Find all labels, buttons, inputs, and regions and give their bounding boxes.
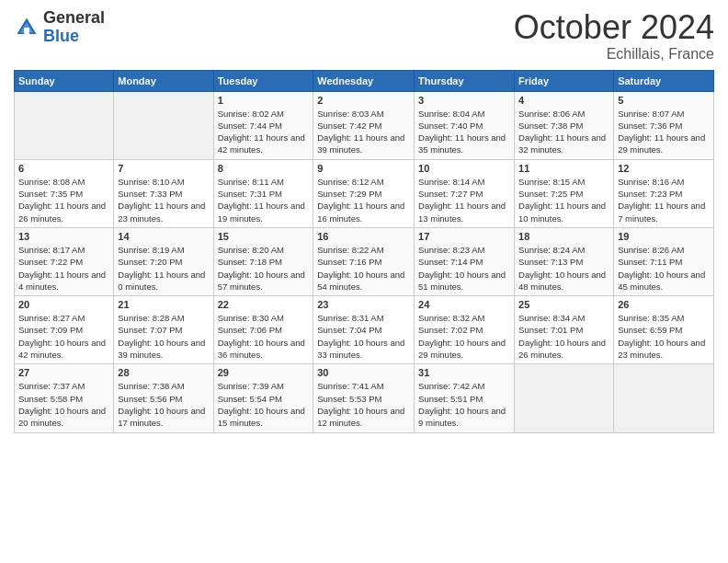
calendar-cell: 21Sunrise: 8:28 AMSunset: 7:07 PMDayligh…	[114, 296, 213, 364]
day-number: 28	[118, 367, 209, 378]
day-number: 11	[518, 163, 609, 174]
calendar-cell: 4Sunrise: 8:06 AMSunset: 7:38 PMDaylight…	[515, 91, 614, 159]
title-block: October 2024 Echillais, France	[514, 9, 714, 63]
calendar-cell: 26Sunrise: 8:35 AMSunset: 6:59 PMDayligh…	[614, 296, 714, 364]
day-number: 15	[218, 231, 310, 242]
day-info: Sunrise: 8:04 AMSunset: 7:40 PMDaylight:…	[418, 108, 510, 156]
calendar-cell: 5Sunrise: 8:07 AMSunset: 7:36 PMDaylight…	[614, 91, 714, 159]
day-number: 21	[118, 299, 209, 310]
weekday-header-friday: Friday	[515, 70, 614, 91]
location-title: Echillais, France	[514, 46, 714, 63]
day-info: Sunrise: 7:42 AMSunset: 5:51 PMDaylight:…	[418, 380, 510, 429]
day-info: Sunrise: 7:41 AMSunset: 5:53 PMDaylight:…	[317, 380, 410, 429]
day-number: 22	[218, 299, 310, 310]
day-number: 18	[518, 231, 609, 242]
calendar-cell: 14Sunrise: 8:19 AMSunset: 7:20 PMDayligh…	[114, 227, 213, 295]
day-number: 10	[418, 163, 510, 174]
month-title: October 2024	[514, 9, 714, 46]
weekday-header-tuesday: Tuesday	[213, 70, 313, 91]
day-info: Sunrise: 8:16 AMSunset: 7:23 PMDaylight:…	[618, 176, 710, 224]
day-number: 31	[418, 367, 510, 378]
calendar-cell: 6Sunrise: 8:08 AMSunset: 7:35 PMDaylight…	[15, 159, 114, 227]
day-number: 26	[618, 299, 710, 310]
calendar-cell: 2Sunrise: 8:03 AMSunset: 7:42 PMDaylight…	[313, 91, 415, 159]
day-info: Sunrise: 8:22 AMSunset: 7:16 PMDaylight:…	[317, 244, 410, 293]
calendar-cell	[515, 364, 614, 432]
calendar-cell: 24Sunrise: 8:32 AMSunset: 7:02 PMDayligh…	[415, 296, 515, 364]
day-number: 7	[118, 163, 209, 174]
day-info: Sunrise: 8:08 AMSunset: 7:35 PMDaylight:…	[18, 176, 109, 224]
day-number: 5	[618, 95, 710, 106]
day-info: Sunrise: 8:12 AMSunset: 7:29 PMDaylight:…	[317, 176, 410, 224]
logo-icon	[14, 15, 40, 40]
calendar-cell: 30Sunrise: 7:41 AMSunset: 5:53 PMDayligh…	[313, 364, 415, 432]
calendar-cell: 10Sunrise: 8:14 AMSunset: 7:27 PMDayligh…	[415, 159, 515, 227]
day-info: Sunrise: 8:02 AMSunset: 7:44 PMDaylight:…	[218, 108, 310, 156]
day-number: 8	[218, 163, 310, 174]
weekday-header-wednesday: Wednesday	[313, 70, 415, 91]
day-number: 19	[618, 231, 710, 242]
calendar-cell: 19Sunrise: 8:26 AMSunset: 7:11 PMDayligh…	[614, 227, 714, 295]
day-info: Sunrise: 8:24 AMSunset: 7:13 PMDaylight:…	[518, 244, 609, 293]
day-info: Sunrise: 8:15 AMSunset: 7:25 PMDaylight:…	[518, 176, 609, 224]
day-info: Sunrise: 8:28 AMSunset: 7:07 PMDaylight:…	[118, 312, 209, 361]
svg-rect-2	[24, 28, 29, 34]
day-number: 12	[618, 163, 710, 174]
calendar-cell: 17Sunrise: 8:23 AMSunset: 7:14 PMDayligh…	[415, 227, 515, 295]
day-number: 14	[118, 231, 209, 242]
calendar-cell: 13Sunrise: 8:17 AMSunset: 7:22 PMDayligh…	[15, 227, 114, 295]
day-info: Sunrise: 8:17 AMSunset: 7:22 PMDaylight:…	[18, 244, 109, 293]
weekday-header-sunday: Sunday	[15, 70, 114, 91]
day-info: Sunrise: 8:26 AMSunset: 7:11 PMDaylight:…	[618, 244, 710, 293]
day-number: 6	[18, 163, 109, 174]
calendar-cell: 1Sunrise: 8:02 AMSunset: 7:44 PMDaylight…	[213, 91, 313, 159]
day-number: 3	[418, 95, 510, 106]
day-info: Sunrise: 8:14 AMSunset: 7:27 PMDaylight:…	[418, 176, 510, 224]
calendar-cell	[114, 91, 213, 159]
day-info: Sunrise: 8:27 AMSunset: 7:09 PMDaylight:…	[18, 312, 109, 361]
page: General Blue October 2024 Echillais, Fra…	[0, 0, 728, 563]
day-number: 1	[218, 95, 310, 106]
header: General Blue October 2024 Echillais, Fra…	[14, 9, 714, 63]
day-number: 30	[317, 367, 410, 378]
weekday-header-thursday: Thursday	[415, 70, 515, 91]
day-info: Sunrise: 7:38 AMSunset: 5:56 PMDaylight:…	[118, 380, 209, 429]
calendar-cell: 15Sunrise: 8:20 AMSunset: 7:18 PMDayligh…	[213, 227, 313, 295]
day-number: 25	[518, 299, 609, 310]
day-info: Sunrise: 8:19 AMSunset: 7:20 PMDaylight:…	[118, 244, 209, 293]
day-info: Sunrise: 8:20 AMSunset: 7:18 PMDaylight:…	[218, 244, 310, 293]
day-info: Sunrise: 8:07 AMSunset: 7:36 PMDaylight:…	[618, 108, 710, 156]
calendar-cell: 8Sunrise: 8:11 AMSunset: 7:31 PMDaylight…	[213, 159, 313, 227]
calendar-cell: 9Sunrise: 8:12 AMSunset: 7:29 PMDaylight…	[313, 159, 415, 227]
day-number: 29	[218, 367, 310, 378]
day-info: Sunrise: 8:03 AMSunset: 7:42 PMDaylight:…	[317, 108, 410, 156]
calendar-cell: 20Sunrise: 8:27 AMSunset: 7:09 PMDayligh…	[15, 296, 114, 364]
calendar-cell: 3Sunrise: 8:04 AMSunset: 7:40 PMDaylight…	[415, 91, 515, 159]
calendar-cell: 7Sunrise: 8:10 AMSunset: 7:33 PMDaylight…	[114, 159, 213, 227]
day-info: Sunrise: 8:23 AMSunset: 7:14 PMDaylight:…	[418, 244, 510, 293]
day-number: 2	[317, 95, 410, 106]
weekday-header-monday: Monday	[114, 70, 213, 91]
calendar-cell: 31Sunrise: 7:42 AMSunset: 5:51 PMDayligh…	[415, 364, 515, 432]
calendar-cell: 11Sunrise: 8:15 AMSunset: 7:25 PMDayligh…	[515, 159, 614, 227]
logo-blue: Blue	[43, 28, 105, 46]
day-number: 9	[317, 163, 410, 174]
day-number: 4	[518, 95, 609, 106]
calendar-cell: 23Sunrise: 8:31 AMSunset: 7:04 PMDayligh…	[313, 296, 415, 364]
day-number: 17	[418, 231, 510, 242]
calendar-cell: 18Sunrise: 8:24 AMSunset: 7:13 PMDayligh…	[515, 227, 614, 295]
logo-text: General Blue	[43, 9, 105, 46]
calendar-cell	[15, 91, 114, 159]
day-number: 27	[18, 367, 109, 378]
day-info: Sunrise: 8:06 AMSunset: 7:38 PMDaylight:…	[518, 108, 609, 156]
calendar-cell: 25Sunrise: 8:34 AMSunset: 7:01 PMDayligh…	[515, 296, 614, 364]
day-info: Sunrise: 8:30 AMSunset: 7:06 PMDaylight:…	[218, 312, 310, 361]
day-info: Sunrise: 7:37 AMSunset: 5:58 PMDaylight:…	[18, 380, 109, 429]
day-info: Sunrise: 8:32 AMSunset: 7:02 PMDaylight:…	[418, 312, 510, 361]
calendar-cell	[614, 364, 714, 432]
logo-general: General	[43, 9, 105, 28]
calendar-cell: 28Sunrise: 7:38 AMSunset: 5:56 PMDayligh…	[114, 364, 213, 432]
day-info: Sunrise: 8:34 AMSunset: 7:01 PMDaylight:…	[518, 312, 609, 361]
calendar-cell: 29Sunrise: 7:39 AMSunset: 5:54 PMDayligh…	[213, 364, 313, 432]
day-number: 24	[418, 299, 510, 310]
